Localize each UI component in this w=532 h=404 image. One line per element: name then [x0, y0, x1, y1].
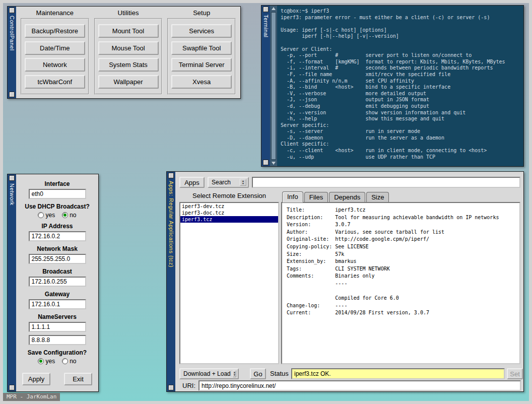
terminal-scrollbar[interactable]: [270, 6, 277, 166]
control-panel-titlebar[interactable]: ControlPanel: [8, 7, 16, 98]
resize-icon[interactable]: [9, 92, 15, 97]
resize-icon[interactable]: [9, 385, 15, 390]
updown-arrows-icon: ▲▼: [240, 179, 246, 186]
updown-arrows-icon: ▲▼: [233, 370, 236, 377]
broadcast-label: Broadcast: [16, 268, 98, 275]
network-mask-label: Network Mask: [16, 245, 98, 252]
network-window: Network Interface Use DHCP Broadcast? ye…: [7, 174, 99, 392]
terminal-title: Terminal: [263, 13, 269, 159]
xvesa-button[interactable]: Xvesa: [171, 75, 232, 89]
exit-button[interactable]: Exit: [64, 373, 92, 385]
extension-info-text: Title: iperf3.tcz Description: Tool for …: [282, 203, 519, 320]
resize-icon[interactable]: [168, 385, 174, 390]
network-content: Interface Use DHCP Broadcast? yes no IP …: [16, 174, 98, 391]
system-stats-button[interactable]: System Stats: [98, 58, 159, 72]
network-title: Network: [9, 182, 15, 384]
gateway-label: Gateway: [16, 291, 98, 298]
interface-label: Interface: [16, 180, 98, 187]
tab-files[interactable]: Files: [304, 192, 328, 203]
save-yes-radio[interactable]: [38, 358, 44, 364]
mouse-tool-button[interactable]: Mouse Tool: [98, 41, 159, 55]
services-button[interactable]: Services: [171, 24, 232, 38]
close-icon[interactable]: [168, 173, 174, 178]
setup-header: Setup: [167, 8, 236, 18]
scroll-up-icon[interactable]: [272, 7, 276, 10]
apps-titlebar[interactable]: Apps: Regular Applications (tcz): [167, 172, 175, 391]
network-mask-input[interactable]: [29, 254, 86, 264]
terminal-window: Terminal tc@box:~$ iperf3 iperf3: parame…: [261, 5, 524, 167]
extension-list[interactable]: iperf3-dev.tcz iperf3-doc.tcz iperf3.tcz: [179, 202, 279, 364]
ip-address-input[interactable]: [29, 231, 86, 241]
network-buttons: Apply Exit: [16, 373, 98, 385]
save-no-radio[interactable]: [62, 358, 68, 364]
dhcp-no-radio[interactable]: [62, 212, 68, 218]
apps-menu-button[interactable]: Apps: [179, 177, 205, 188]
setup-group: Services Swapfile Tool Terminal Server X…: [167, 18, 236, 95]
terminal-titlebar[interactable]: Terminal: [261, 6, 270, 166]
broadcast-input[interactable]: [29, 277, 86, 287]
network-titlebar[interactable]: Network: [8, 174, 16, 391]
control-panel-title: ControlPanel: [9, 14, 15, 91]
mount-tool-button[interactable]: Mount Tool: [98, 24, 159, 38]
nameserver2-input[interactable]: [29, 335, 86, 345]
status-label: Status: [270, 370, 289, 377]
terminal-server-button[interactable]: Terminal Server: [171, 58, 232, 72]
network-button[interactable]: Network: [25, 58, 85, 72]
taskbar-label: MPR - JarKomLan: [3, 393, 60, 401]
list-item[interactable]: iperf3-doc.tcz: [180, 210, 278, 216]
apps-title: Apps: Regular Applications (tcz): [168, 179, 174, 384]
go-button[interactable]: Go: [250, 368, 266, 379]
resize-icon[interactable]: [263, 160, 269, 165]
uri-input[interactable]: [198, 380, 521, 391]
interface-input[interactable]: [29, 189, 86, 199]
ip-address-label: IP Address: [16, 223, 98, 230]
backup-restore-button[interactable]: Backup/Restore: [25, 24, 85, 38]
save-radio-group: yes no: [16, 358, 98, 365]
tabs-row: Info Files Depends Size: [282, 191, 390, 202]
desktop: ControlPanel Maintenance Backup/Restore …: [0, 0, 532, 404]
dhcp-yes-label: yes: [45, 212, 55, 219]
setup-column: Setup Services Swapfile Tool Terminal Se…: [167, 8, 236, 95]
close-icon[interactable]: [263, 7, 269, 12]
swapfile-tool-button[interactable]: Swapfile Tool: [171, 41, 232, 55]
dhcp-label: Use DHCP Broadcast?: [16, 203, 98, 210]
maintenance-column: Maintenance Backup/Restore Date/Time Net…: [21, 8, 89, 95]
dhcp-no-label: no: [70, 212, 76, 219]
tab-size[interactable]: Size: [366, 192, 389, 203]
utilities-header: Utilities: [94, 8, 163, 18]
search-choice[interactable]: Search ▲▼: [208, 177, 249, 188]
save-config-label: Save Configuration?: [16, 349, 98, 356]
scrollbar-thumb[interactable]: [271, 12, 276, 160]
date-time-button[interactable]: Date/Time: [25, 41, 85, 55]
uri-label: URI:: [182, 382, 195, 389]
tcwbarconf-button[interactable]: tcWbarConf: [25, 75, 85, 89]
set-button: Set: [507, 368, 523, 379]
list-item-selected[interactable]: iperf3.tcz: [180, 216, 278, 223]
wallpaper-button[interactable]: Wallpaper: [98, 75, 159, 89]
close-icon[interactable]: [9, 8, 15, 13]
tab-info[interactable]: Info: [282, 191, 303, 203]
status-field[interactable]: [291, 368, 505, 379]
maintenance-group: Backup/Restore Date/Time Network tcWbarC…: [21, 18, 89, 95]
nameserver1-input[interactable]: [29, 322, 86, 332]
info-panel: Title: iperf3.tcz Description: Tool for …: [281, 202, 520, 364]
terminal-output[interactable]: tc@box:~$ iperf3 iperf3: parameter error…: [277, 6, 523, 166]
dhcp-yes-radio[interactable]: [38, 212, 44, 218]
list-item[interactable]: iperf3-dev.tcz: [180, 203, 278, 210]
close-icon[interactable]: [9, 175, 15, 181]
utilities-column: Utilities Mount Tool Mouse Tool System S…: [94, 8, 163, 95]
search-choice-label: Search: [212, 179, 238, 186]
save-yes-label: yes: [45, 358, 55, 365]
action-choice-label: Download + Load: [183, 370, 231, 377]
apply-button[interactable]: Apply: [22, 373, 50, 385]
search-input[interactable]: [252, 177, 520, 188]
gateway-input[interactable]: [29, 299, 86, 309]
tab-depends[interactable]: Depends: [329, 192, 365, 203]
extension-list-header: Select Remote Extension: [179, 192, 279, 199]
control-panel-window: ControlPanel Maintenance Backup/Restore …: [7, 6, 241, 99]
dhcp-radio-group: yes no: [16, 212, 98, 219]
apps-content: Apps Search ▲▼ Select Remote Extension I…: [175, 172, 523, 391]
scroll-down-icon[interactable]: [272, 162, 276, 165]
control-panel-content: Maintenance Backup/Restore Date/Time Net…: [16, 7, 240, 98]
action-choice[interactable]: Download + Load ▲▼: [179, 368, 239, 379]
